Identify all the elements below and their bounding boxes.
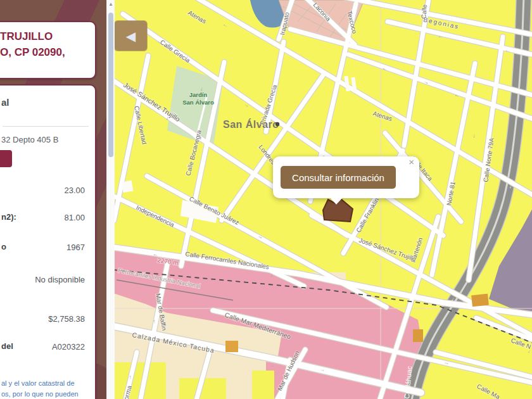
info-row: o 1967: [1, 242, 85, 253]
header-line-2: O, CP 02090,: [0, 44, 95, 60]
building-orange-1: [225, 341, 238, 352]
disclaimer-text: os, por lo que no pueden: [1, 389, 87, 399]
row-label: o: [1, 242, 6, 253]
scrollbar-thumb[interactable]: [108, 13, 113, 157]
consultar-informacion-button[interactable]: Consultar información: [281, 166, 396, 189]
info-heading: al: [1, 97, 10, 108]
building-orange-2: [471, 294, 489, 307]
row-value: No disponible: [35, 274, 85, 285]
svg-text:→: →: [126, 374, 133, 381]
property-header-card: TRUJILLO O, CP 02090,: [0, 21, 96, 79]
building-orange-3: [413, 329, 423, 342]
map-canvas[interactable]: → → → → → → → → → → → → → → → → → → → →: [114, 0, 532, 399]
info-row: del A020322: [1, 341, 85, 352]
popup-tail: [329, 197, 343, 205]
street-label: Calle: [420, 4, 428, 19]
collapse-panel-button[interactable]: ◀: [115, 21, 147, 51]
map-svg: → → → → → → → → → → → → → → → → → → → →: [114, 0, 532, 399]
row-label: del: [1, 341, 13, 352]
panel-action-button[interactable]: [0, 150, 12, 167]
row-value: $2,758.38: [48, 314, 85, 324]
divider: [3, 126, 89, 127]
svg-text:→: →: [269, 272, 276, 279]
disclaimer-text: al y el valor catastral de: [1, 378, 87, 389]
row-value: 81.00: [64, 212, 85, 223]
place-dot: [276, 122, 279, 126]
row-value: 1967: [66, 242, 85, 253]
address-text: 32 Depto 405 B: [1, 135, 58, 144]
info-row: n2): 81.00: [1, 212, 85, 223]
svg-text:→: →: [150, 319, 157, 326]
neighborhood-label: San Álvaro: [223, 118, 279, 130]
row-value: 23.00: [64, 185, 85, 196]
panel-scrollbar[interactable]: ▲: [106, 0, 115, 399]
info-row: 23.00: [1, 185, 85, 196]
info-row: No disponible: [1, 274, 85, 285]
row-value: A020322: [52, 341, 85, 352]
header-line-1: TRUJILLO: [0, 28, 95, 44]
svg-text:→: →: [471, 133, 478, 140]
app-window: → → → → → → → → → → → → → → → → → → → →: [0, 0, 532, 399]
info-row: $2,758.38: [1, 314, 85, 324]
close-icon[interactable]: ×: [408, 157, 414, 167]
property-info-card: al 32 Depto 405 B 23.00 n2): 81.00 o 196…: [0, 84, 96, 399]
row-label: n2):: [1, 212, 16, 223]
scrollbar-up-arrow[interactable]: ▲: [107, 0, 115, 9]
zone-yellow-patch3: [252, 370, 274, 399]
park-label: San Álvaro: [182, 99, 214, 106]
map-popup: × Consultar información: [273, 156, 419, 198]
arrow-left-icon: ◀: [126, 30, 136, 42]
park-label: Jardín: [189, 91, 208, 98]
